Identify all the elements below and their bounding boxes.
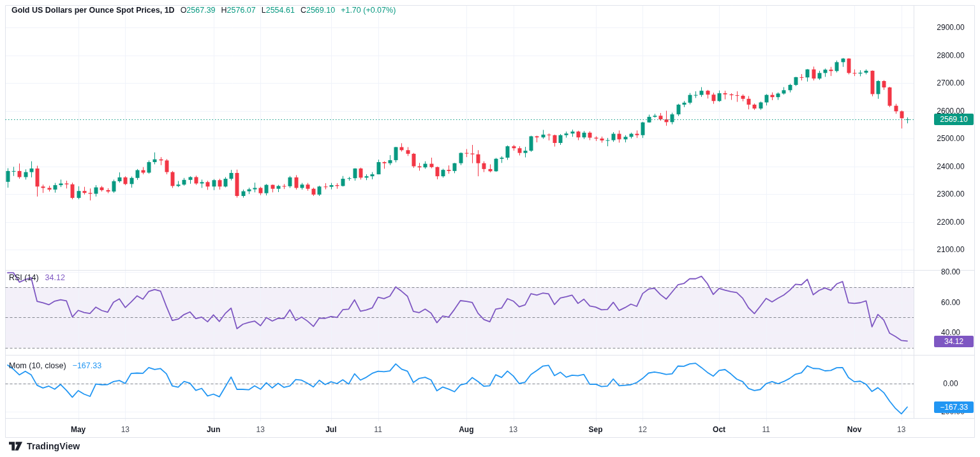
time-axis-label: 13 [121,425,130,434]
tradingview-chart: Gold US Dollars per Ounce Spot Prices, 1… [0,0,980,457]
ohlc-open-value: 2567.39 [186,6,215,15]
time-axis-label: 13 [897,425,905,434]
price-axis-tick: 2200.00 [921,218,980,227]
mom-value-tag: −167.33 [934,401,974,413]
price-axis-tick: 2400.00 [921,162,980,171]
rsi-legend[interactable]: RSI (14) 34.12 [9,273,65,282]
price-axis-tick: 2800.00 [921,51,980,60]
time-axis-label: Jun [207,425,220,434]
ohlc-close-label: C [301,6,306,15]
time-axis-label: 12 [639,425,647,434]
symbol-legend: Gold US Dollars per Ounce Spot Prices, 1… [11,6,396,15]
rsi-axis-tick: 60.00 [921,298,980,307]
time-axis-label: 13 [256,425,265,434]
rsi-value: 34.12 [45,273,65,282]
rsi-value-tag: 34.12 [934,336,974,347]
symbol-title[interactable]: Gold US Dollars per Ounce Spot Prices, 1… [11,6,175,15]
price-axis-tick: 2300.00 [921,190,980,199]
change-value: +1.70 (+0.07%) [341,6,396,15]
tradingview-logo[interactable]: TradingView [9,441,80,451]
price-axis-tick: 2900.00 [921,23,980,32]
time-axis-label: Nov [847,425,862,434]
ohlc-open: O2567.39 [181,6,216,15]
momentum-value: −167.33 [73,361,102,370]
price-axis-tick: 2700.00 [921,79,980,87]
time-axis-label: Jul [325,425,336,434]
ohlc-close: C2569.10 [301,6,335,15]
time-axis-label: May [71,425,85,434]
momentum-legend[interactable]: Mom (10, close) −167.33 [9,361,101,370]
time-axis-label: Oct [713,425,725,434]
time-axis-label: 11 [762,425,770,434]
ohlc-low: L2554.61 [262,6,295,15]
rsi-label: RSI (14) [9,273,39,282]
ohlc-close-value: 2569.10 [306,6,335,15]
tradingview-logo-text: TradingView [27,441,80,451]
ohlc-high-label: H [221,6,227,15]
rsi-axis-tick: 80.00 [921,267,980,276]
time-axis-label: Aug [459,425,473,434]
tradingview-logo-icon [9,442,22,451]
mom-axis-tick: 0.00 [921,379,980,388]
ohlc-low-label: L [262,6,266,15]
time-axis-label: 13 [509,425,517,434]
last-price-tag: 2569.10 [934,114,974,125]
time-axis-label: 11 [374,425,382,434]
ohlc-open-label: O [181,6,187,15]
ohlc-low-value: 2554.61 [266,6,295,15]
time-axis-label: Sep [589,425,603,434]
price-axis-tick: 2500.00 [921,134,980,143]
candlestick-chart-canvas[interactable] [0,0,980,457]
price-axis-tick: 2100.00 [921,245,980,254]
ohlc-high-value: 2576.07 [227,6,256,15]
momentum-label: Mom (10, close) [9,361,66,370]
ohlc-high: H2576.07 [221,6,256,15]
